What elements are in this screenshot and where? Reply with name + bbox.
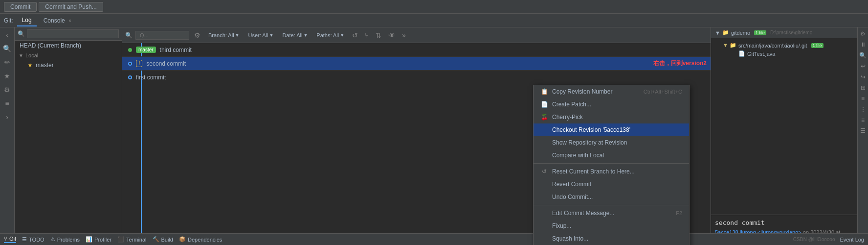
branch-icon[interactable]: ⑂	[363, 30, 371, 40]
tree-row-gittest[interactable]: 📄 GitTest.java	[738, 49, 853, 58]
status-bar: ⑂ Git ☰ TODO ⚠ Problems 📊 Profiler ⬛ Ter…	[0, 233, 868, 245]
commit-msg-third: third commit	[160, 47, 707, 53]
file-gittest-icon: 📄	[738, 50, 745, 57]
branch-section-local[interactable]: ▼ Local	[15, 50, 122, 60]
commit-row-first[interactable]: first commit	[122, 71, 711, 84]
ctx-item-create-patch[interactable]: 📄 Create Patch...	[534, 98, 689, 111]
ctx-item-edit-commit-msg-left: Edit Commit Message...	[540, 209, 614, 217]
reset-branch-icon: ↺	[540, 168, 548, 175]
far-right-pause-icon[interactable]: ⏸	[859, 40, 868, 49]
ctx-item-squash-into[interactable]: Squash Into...	[534, 232, 689, 245]
git-label: Git:	[4, 17, 13, 24]
commit-push-button[interactable]: Commit and Push...	[39, 2, 103, 12]
far-right-search-icon[interactable]: 🔍	[859, 51, 868, 60]
sidebar-star-icon[interactable]: ★	[2, 71, 13, 81]
ctx-item-reset-branch[interactable]: ↺ Reset Current Branch to Here...	[534, 165, 689, 178]
status-terminal-label: Terminal	[126, 237, 147, 243]
profiler-icon: 📊	[86, 236, 92, 243]
ctx-item-compare-local[interactable]: Compare with Local	[534, 149, 689, 162]
tab-log[interactable]: Log	[17, 15, 37, 26]
paths-filter-button[interactable]: Paths: All ▼	[313, 31, 347, 39]
sidebar-settings-icon[interactable]: ⚙	[2, 84, 13, 95]
edit-commit-msg-icon	[540, 209, 548, 217]
ctx-label-checkout-revision: Checkout Revision '5acce138'	[552, 126, 630, 133]
far-right-settings-icon[interactable]: ⚙	[859, 29, 868, 38]
commit-search-input[interactable]	[135, 31, 189, 40]
settings-filter-icon[interactable]: ⚙	[192, 30, 202, 40]
create-patch-icon: 📄	[540, 100, 548, 108]
status-todo[interactable]: ☰ TODO	[22, 236, 45, 243]
commit-row-second[interactable]: ! second commit 右击，回到version2	[122, 57, 711, 71]
sidebar-more-icon[interactable]: ›	[2, 112, 13, 122]
top-toolbar: Commit Commit and Push...	[0, 0, 868, 14]
sidebar-layers-icon[interactable]: ≡	[2, 98, 13, 109]
status-dependencies-label: Dependencies	[188, 237, 222, 243]
far-right-split-icon[interactable]: ⊞	[859, 83, 868, 92]
ctx-item-revert-commit[interactable]: Revert Commit	[534, 178, 689, 191]
commit-search-icon: 🔍	[125, 32, 133, 39]
context-menu: 📋 Copy Revision Number Ctrl+Alt+Shift+C …	[533, 85, 690, 245]
local-arrow-icon: ▼	[19, 53, 23, 58]
ctx-item-copy-revision[interactable]: 📋 Copy Revision Number Ctrl+Alt+Shift+C	[534, 85, 689, 98]
far-right-undo-icon[interactable]: ↩	[859, 62, 868, 71]
ctx-label-cherry-pick: Cherry-Pick	[552, 114, 583, 121]
user-filter-chevron: ▼	[269, 33, 273, 38]
branch-filter-button[interactable]: Branch: All ▼	[205, 31, 243, 39]
sort-icon[interactable]: ⇅	[374, 30, 383, 40]
ctx-item-cherry-pick[interactable]: 🍒 Cherry-Pick	[534, 111, 689, 123]
tab-console[interactable]: Console ×	[39, 15, 76, 26]
far-right-menu-icon[interactable]: ☰	[859, 126, 868, 135]
commit-button[interactable]: Commit	[4, 2, 37, 12]
far-right-filter-icon[interactable]: ≡	[859, 94, 868, 103]
tree-row-src[interactable]: ▼ 📁 src/main/java/com/xiaoliu/.git 1 fil…	[723, 41, 853, 49]
ctx-item-cherry-pick-left: 🍒 Cherry-Pick	[540, 113, 583, 121]
folder-gitdemo-icon: 📁	[722, 29, 729, 36]
ctx-label-undo-commit: Undo Commit...	[552, 194, 593, 200]
branch-item-master[interactable]: ★ master	[22, 60, 122, 70]
sidebar-chevron-left-icon[interactable]: ‹	[2, 29, 13, 40]
status-event-log[interactable]: Event Log	[840, 237, 864, 243]
watermark-label: CSDN @llllOooooo	[793, 237, 835, 242]
far-right-align-icon[interactable]: ≡	[859, 116, 868, 124]
status-build-label: Build	[161, 237, 173, 243]
commit-toolbar: 🔍 ⚙ Branch: All ▼ User: All ▼ Date: All …	[122, 27, 711, 43]
branch-item-head[interactable]: HEAD (Current Branch)	[15, 41, 122, 50]
far-right-bookmark-icon[interactable]: ⋮	[859, 105, 868, 114]
status-dependencies[interactable]: 📦 Dependencies	[179, 236, 222, 243]
eye-icon[interactable]: 👁	[386, 30, 397, 40]
ctx-item-show-repo[interactable]: Show Repository at Revision	[534, 136, 689, 149]
checkout-revision-icon	[540, 126, 548, 134]
sidebar-search-icon[interactable]: 🔍	[2, 43, 13, 54]
status-git[interactable]: ⑂ Git	[4, 236, 16, 243]
status-problems[interactable]: ⚠ Problems	[50, 236, 80, 243]
right-panel: ▼ 📁 gitdemo 1 file D:\practise\gitdemo ▼…	[711, 27, 857, 245]
ctx-item-undo-commit[interactable]: Undo Commit...	[534, 191, 689, 203]
commit-dot-third	[128, 48, 132, 52]
show-repo-icon	[540, 139, 548, 147]
terminal-icon: ⬛	[117, 236, 124, 243]
status-build[interactable]: 🔨 Build	[153, 236, 173, 243]
refresh-icon[interactable]: ↺	[350, 30, 360, 40]
commit-msg-second: second commit	[146, 60, 649, 67]
ctx-item-checkout-revision[interactable]: Checkout Revision '5acce138'	[534, 123, 689, 136]
user-filter-button[interactable]: User: All ▼	[245, 31, 277, 39]
commit-tag-master: master	[136, 47, 156, 53]
fixup-icon	[540, 222, 548, 230]
more-actions-icon[interactable]: »	[400, 30, 408, 40]
compare-local-icon	[540, 151, 548, 159]
copy-revision-icon: 📋	[540, 88, 548, 96]
console-close[interactable]: ×	[68, 18, 71, 24]
ctx-item-edit-commit-msg[interactable]: Edit Commit Message... F2	[534, 207, 689, 220]
branch-search-input[interactable]	[27, 29, 119, 38]
sidebar-edit-icon[interactable]: ✏	[2, 57, 13, 68]
ctx-item-fixup[interactable]: Fixup...	[534, 220, 689, 232]
status-terminal[interactable]: ⬛ Terminal	[117, 236, 147, 243]
commit-row-third[interactable]: master third commit	[122, 43, 711, 57]
tree-badge: 1 file	[754, 30, 766, 35]
commit-area: 🔍 ⚙ Branch: All ▼ User: All ▼ Date: All …	[122, 27, 711, 245]
date-filter-button[interactable]: Date: All ▼	[279, 31, 311, 39]
status-profiler[interactable]: 📊 Profiler	[86, 236, 111, 243]
commit-chinese-annotation: 右击，回到version2	[653, 59, 707, 68]
ctx-label-revert-commit: Revert Commit	[552, 181, 591, 188]
far-right-redo-icon[interactable]: ↪	[859, 73, 868, 81]
